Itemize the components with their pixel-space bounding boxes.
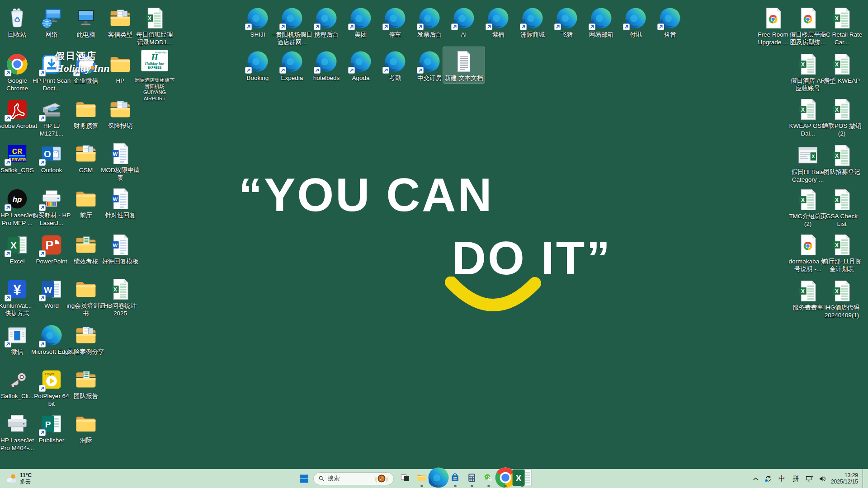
desktop-icon-label: 飞猪 bbox=[561, 31, 573, 39]
microsoft-store-button[interactable] bbox=[447, 470, 463, 487]
svg-text:P: P bbox=[45, 239, 53, 252]
edge-link-icon bbox=[622, 4, 649, 30]
word-file-icon: W bbox=[107, 231, 134, 257]
desktop-icon[interactable]: 团队报告 bbox=[65, 365, 107, 401]
desktop-icon[interactable]: X每日值班经理记录MOD1... bbox=[134, 4, 175, 47]
desktop-icon-label: 抖音 bbox=[664, 31, 676, 39]
desktop-icon[interactable]: X团队招募登记 bbox=[821, 141, 863, 177]
search-doodle-icon bbox=[371, 473, 392, 484]
folder-docs-icon bbox=[72, 140, 99, 166]
network-button[interactable] bbox=[803, 470, 816, 487]
acrobat-icon bbox=[4, 95, 31, 122]
desktop-icon-label: 前厅部-11月资金计划表 bbox=[821, 258, 863, 273]
desktop-icon[interactable]: WMOD权限申请表 bbox=[99, 139, 141, 183]
desktop-icon[interactable]: X前厅部-11月资金计划表 bbox=[821, 230, 863, 274]
edge-link-icon bbox=[244, 47, 271, 74]
desktop-icon-label: Word bbox=[44, 302, 59, 310]
desktop-icon[interactable]: X通联POS 撤销(2) bbox=[821, 95, 863, 138]
edge-link-icon bbox=[382, 47, 409, 74]
edge-link-icon bbox=[519, 4, 546, 30]
desktop-icon[interactable]: X房型-KWEAP bbox=[821, 50, 863, 86]
search-placeholder: 搜索 bbox=[328, 474, 371, 483]
tray-overflow-button[interactable] bbox=[750, 470, 762, 487]
svg-text:X: X bbox=[835, 242, 839, 249]
desktop-icon-label: 美团 bbox=[355, 31, 367, 39]
desktop-icon[interactable]: XIHG酒店代码 20240409(1) bbox=[821, 277, 863, 320]
shortcut-arrow-icon bbox=[417, 23, 424, 30]
network-icon bbox=[805, 474, 814, 483]
running-indicator bbox=[420, 485, 423, 487]
excel-file-icon: X bbox=[141, 4, 168, 30]
kunlun-icon: ¥ bbox=[4, 275, 31, 301]
svg-text:W: W bbox=[44, 285, 52, 295]
excel-file-icon: X bbox=[828, 231, 855, 257]
edge-link-icon bbox=[416, 4, 443, 30]
windows-start-icon bbox=[299, 474, 309, 484]
running-indicator bbox=[454, 485, 457, 487]
edge-button[interactable] bbox=[430, 470, 447, 487]
shortcut-arrow-icon bbox=[39, 115, 46, 122]
desktop-icon-label: 新建 文本文档 bbox=[445, 75, 483, 82]
excel-file-icon: X bbox=[794, 95, 821, 122]
desktop-icon-label: SHIJI bbox=[250, 31, 265, 39]
desktop-icon[interactable]: W针对性回复 bbox=[99, 184, 141, 221]
shortcut-arrow-icon bbox=[39, 385, 46, 392]
clock[interactable]: 13:29 2025/12/15 bbox=[829, 472, 861, 485]
calculator-button[interactable] bbox=[463, 470, 480, 487]
svg-text:H: H bbox=[151, 52, 159, 62]
sync-status-button[interactable] bbox=[762, 470, 775, 487]
text-doc-icon bbox=[450, 47, 477, 74]
desktop-icon[interactable]: W好评回复模板 bbox=[99, 230, 141, 267]
system-tray: 中 拼 13:29 2025/12/15 bbox=[750, 469, 865, 488]
desktop-icon-label: 每日值班经理记录MOD1... bbox=[134, 31, 175, 46]
volume-button[interactable] bbox=[816, 470, 829, 487]
shortcut-arrow-icon bbox=[348, 67, 355, 74]
svg-text:♻: ♻ bbox=[14, 16, 20, 24]
desktop-icon-label: 停车 bbox=[389, 31, 401, 39]
powerpoint-icon: P bbox=[38, 231, 65, 257]
excel-button[interactable]: X bbox=[514, 470, 530, 487]
svg-text:W: W bbox=[113, 151, 118, 157]
svg-text:X: X bbox=[835, 15, 839, 22]
clock-date: 2025/12/15 bbox=[831, 479, 858, 485]
svg-text:X: X bbox=[148, 15, 152, 22]
start-button[interactable] bbox=[296, 470, 312, 487]
desktop-icon-label: 通联POS 撤销(2) bbox=[821, 122, 863, 137]
chrome-icon bbox=[4, 50, 31, 76]
desktop-icon-label: 携程后台 bbox=[314, 31, 339, 39]
edge-link-icon bbox=[347, 4, 374, 30]
svg-text:O: O bbox=[44, 149, 51, 159]
desktop-icon-label: Excel bbox=[9, 258, 24, 266]
ime-mode-button[interactable]: 拼 bbox=[789, 470, 803, 487]
desktop-icon[interactable]: 新建 文本文档 bbox=[443, 47, 485, 83]
weather-temperature: 11°C bbox=[20, 472, 32, 479]
desktop-icon[interactable]: 风险案例分享 bbox=[65, 321, 107, 357]
shortcut-arrow-icon bbox=[589, 23, 595, 30]
saflok-icon: CRSERVER bbox=[4, 140, 31, 166]
search-box[interactable]: 搜索 bbox=[313, 472, 394, 485]
shortcut-arrow-icon bbox=[5, 295, 11, 301]
desktop-icon[interactable]: 保险报销 bbox=[99, 95, 141, 131]
task-view-button[interactable] bbox=[396, 470, 413, 487]
hie-card-icon: 智选假日酒店HHoliday InnEXPRESS bbox=[141, 50, 168, 76]
edge-link-icon bbox=[588, 4, 615, 30]
svg-text:Player: Player bbox=[45, 372, 54, 376]
edge-link-icon bbox=[382, 4, 409, 30]
desktop-icon[interactable]: 洲际 bbox=[65, 409, 107, 446]
search-icon bbox=[318, 475, 325, 482]
desktop-icon-label: 回收站 bbox=[8, 31, 27, 39]
ime-language-button[interactable]: 中 bbox=[775, 470, 789, 487]
edge-icon bbox=[38, 321, 65, 347]
shortcut-arrow-icon bbox=[5, 70, 11, 76]
desktop-icon[interactable]: 抖音 bbox=[649, 4, 691, 40]
shortcut-arrow-icon bbox=[314, 67, 321, 74]
desktop-icon[interactable]: XHB问卷统计2025 bbox=[99, 275, 141, 318]
desktop: { "wallpaper": { "line1": "“YOU CAN", "l… bbox=[0, 0, 868, 488]
desktop-icon[interactable]: XGC Retail Rate Car... bbox=[821, 4, 863, 47]
weather-widget[interactable]: 11°C 多云 bbox=[5, 469, 32, 488]
show-desktop-button[interactable] bbox=[863, 469, 865, 488]
edge-link-icon bbox=[553, 4, 580, 30]
desktop-icon-label: 保险报销 bbox=[108, 122, 132, 130]
desktop-icon[interactable]: XGSA Check List bbox=[821, 185, 863, 229]
edge-link-icon bbox=[347, 47, 374, 74]
